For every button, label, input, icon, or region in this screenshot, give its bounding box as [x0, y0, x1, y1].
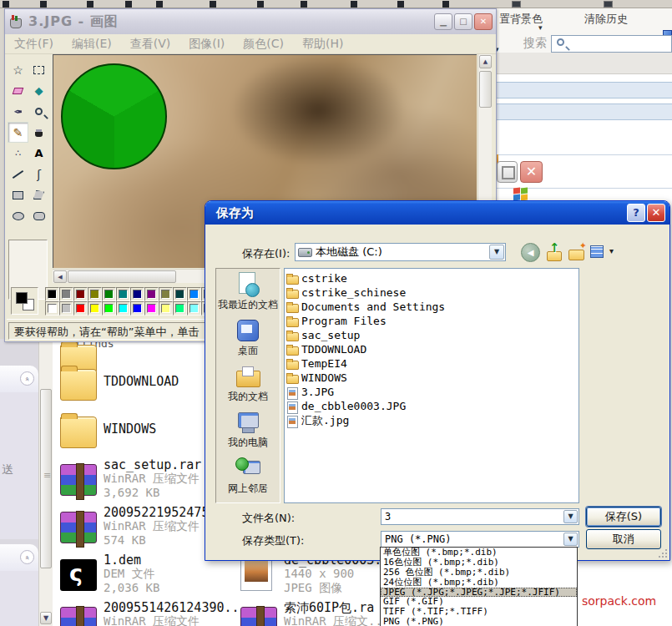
free-select-tool[interactable] [8, 59, 28, 80]
color-swatch[interactable] [59, 301, 73, 316]
scrollbar-thumb[interactable] [479, 71, 492, 108]
file-list-item[interactable]: 3.JPG [286, 385, 577, 399]
filetype-option[interactable]: PNG (*.PNG) [381, 617, 577, 626]
filetype-option[interactable]: 16色位图 (*.bmp;*.dib) [381, 558, 577, 568]
filetype-option[interactable]: TIFF (*.TIF;*.TIFF) [381, 607, 577, 617]
toolbar-icon[interactable] [156, 1, 163, 8]
toolbar-icon[interactable] [442, 1, 449, 8]
rounded-rectangle-tool[interactable] [28, 205, 49, 226]
filetype-option[interactable]: 单色位图 (*.bmp;*.dib) [381, 548, 577, 558]
places-bar-item[interactable]: 桌面 [216, 315, 280, 361]
set-background-icon[interactable] [512, 1, 521, 8]
color-swatch[interactable] [159, 301, 173, 316]
toolbar-icon[interactable] [397, 1, 404, 8]
color-swatch[interactable] [73, 287, 88, 301]
color-swatch[interactable] [59, 287, 73, 301]
brush-tool[interactable] [28, 122, 49, 143]
curve-tool[interactable] [28, 164, 49, 184]
set-background-button[interactable]: 置背景色 [499, 12, 543, 27]
color-swatch[interactable] [116, 301, 130, 316]
toolbar-icon[interactable] [3, 1, 9, 8]
line-tool[interactable] [8, 164, 28, 184]
file-icon[interactable] [60, 512, 97, 543]
set-background-caret-icon[interactable] [538, 20, 543, 33]
toolbar-icon[interactable] [125, 1, 132, 8]
explorer-scrollbar[interactable]: ▼ [38, 339, 53, 626]
file-list-item[interactable]: cstrike_schinese [286, 285, 577, 300]
scroll-left-arrow-icon[interactable]: ◀ [53, 270, 67, 283]
explorer-file-item[interactable]: 2009551426124390... WinRAR 压缩文件 [53, 598, 245, 626]
view-menu-button[interactable] [590, 243, 615, 262]
filetype-combobox[interactable]: PNG (*.PNG) [381, 531, 579, 548]
close-button[interactable]: ✕ [647, 204, 665, 222]
help-button[interactable]: ? [627, 204, 645, 222]
filetype-option[interactable]: 24位位图 (*.bmp;*.dib) [381, 578, 577, 588]
filename-input[interactable]: 3 [381, 508, 579, 525]
color-swatch[interactable] [45, 301, 59, 316]
magnifier-tool[interactable] [28, 101, 49, 122]
color-picker-tool[interactable] [8, 101, 28, 122]
filetype-option[interactable]: JPEG (*.JPG;*.JPEG;*.JPE;*.JFIF) [381, 588, 577, 598]
file-list-item[interactable]: sac_setup [286, 328, 577, 342]
places-bar-item[interactable]: 我最近的文档 [216, 269, 280, 315]
color-swatch[interactable] [88, 287, 102, 301]
pencil-tool[interactable] [8, 122, 28, 143]
places-bar-item[interactable]: 网上邻居 [216, 452, 280, 498]
scroll-up-arrow-icon[interactable]: ▲ [479, 55, 492, 68]
color-swatch[interactable] [116, 287, 130, 301]
scrollbar-thumb[interactable] [40, 389, 52, 568]
file-icon[interactable] [60, 464, 97, 496]
save-button[interactable]: 保存(S) [586, 507, 661, 527]
close-button[interactable] [520, 161, 543, 183]
color-swatch[interactable] [173, 301, 187, 316]
color-swatch[interactable] [102, 301, 116, 316]
new-folder-button[interactable] [568, 243, 587, 262]
color-swatch[interactable] [173, 287, 187, 301]
rectangle-tool[interactable] [8, 184, 28, 205]
ellipse-tool[interactable] [8, 205, 28, 226]
color-swatch[interactable] [102, 287, 116, 301]
up-one-level-button[interactable] [545, 243, 564, 262]
search-input[interactable] [551, 35, 672, 53]
toolbar-icon[interactable] [301, 1, 307, 8]
dialog-title-bar[interactable]: 保存为 ? ✕ [205, 201, 669, 225]
polygon-tool[interactable] [28, 184, 49, 205]
color-swatch[interactable] [130, 301, 144, 316]
color-swatch[interactable] [45, 287, 59, 301]
dropdown-arrow-icon[interactable] [489, 245, 504, 260]
toolbar-icon[interactable] [210, 1, 216, 8]
collapse-chevron-icon[interactable] [20, 371, 34, 386]
filetype-option[interactable]: GIF (*.GIF) [381, 597, 577, 607]
task-pane-section-header[interactable] [0, 544, 38, 571]
toolbar-icon[interactable] [40, 1, 47, 8]
resize-grip[interactable] [658, 548, 668, 558]
menu-item[interactable]: 图像(I) [179, 37, 234, 52]
file-list-item[interactable]: TDDOWNLOAD [286, 342, 577, 356]
file-list-item[interactable]: Documents and Settings [286, 300, 577, 314]
airbrush-tool[interactable] [8, 143, 28, 164]
toolbar-icon[interactable] [351, 1, 357, 8]
task-pane-section-header[interactable] [0, 366, 38, 392]
maximize-button[interactable] [497, 161, 518, 183]
fill-tool[interactable] [28, 80, 49, 101]
cancel-button[interactable]: 取消 [586, 529, 661, 549]
menu-item[interactable]: 颜色(C) [234, 37, 293, 52]
minimize-button[interactable]: ▁ [434, 13, 452, 30]
file-icon[interactable] [60, 559, 97, 591]
color-swatch[interactable] [187, 287, 201, 301]
scrollbar-thumb[interactable] [68, 270, 176, 283]
dropdown-arrow-icon[interactable] [563, 533, 578, 546]
color-swatch[interactable] [144, 287, 159, 301]
file-icon[interactable] [60, 416, 97, 448]
toolbar-icon[interactable] [87, 1, 93, 8]
file-icon[interactable] [60, 607, 97, 626]
menu-item[interactable]: 查看(V) [121, 37, 180, 52]
color-swatch[interactable] [130, 287, 144, 301]
color-swatch[interactable] [88, 301, 102, 316]
paint-title-bar[interactable]: 3.JPG - 画图 ▁ □ ✕ [5, 9, 496, 34]
clear-history-button[interactable]: 清除历史 [584, 12, 628, 27]
places-bar-item[interactable]: 我的文档 [216, 361, 280, 406]
file-list-item[interactable]: Program Files [286, 314, 577, 328]
select-tool[interactable] [28, 59, 49, 80]
file-icon[interactable] [240, 607, 277, 626]
